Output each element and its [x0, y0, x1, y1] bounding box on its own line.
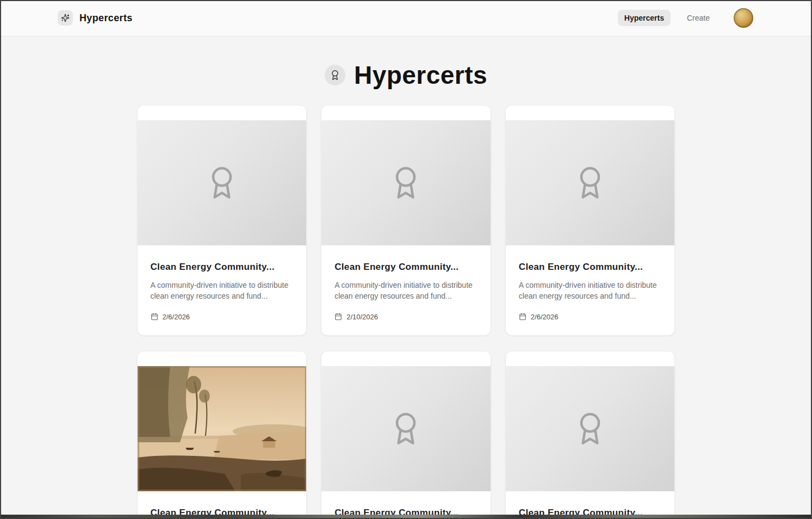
card-body: Clean Energy Community... A community-dr… [138, 245, 307, 335]
card-date: 2/6/2026 [163, 313, 190, 321]
nav-item-create[interactable]: Create [680, 10, 716, 26]
card-date-row: 2/6/2026 [519, 313, 662, 321]
page-title: Hypercerts [354, 60, 487, 90]
hypercert-card[interactable]: Clean Energy Community... [505, 351, 675, 519]
landscape-painting-image [138, 366, 307, 491]
hypercerts-grid: Clean Energy Community... A community-dr… [137, 105, 675, 519]
calendar-icon [151, 313, 158, 320]
hypercert-card[interactable]: Clean Energy Community... A community-dr… [505, 105, 675, 336]
brand-name: Hypercerts [79, 13, 133, 24]
card-title: Clean Energy Community... [334, 262, 478, 273]
award-icon [388, 411, 423, 446]
card-image-painting [138, 366, 307, 491]
award-icon [388, 165, 423, 200]
hypercert-card[interactable]: Clean Energy Community... [321, 351, 491, 519]
award-icon [325, 65, 345, 85]
sparkles-icon [58, 10, 73, 26]
card-description: A community-driven initiative to distrib… [151, 280, 294, 302]
top-navbar: Hypercerts Hypercerts Create [0, 0, 812, 36]
award-icon [573, 165, 608, 200]
card-description: A community-driven initiative to distrib… [334, 280, 478, 302]
card-date-row: 2/6/2026 [151, 313, 294, 321]
card-description: A community-driven initiative to distrib… [519, 280, 662, 302]
main-nav: Hypercerts Create [618, 8, 753, 28]
main-content: Hypercerts Clean Energy Community... A c… [0, 60, 812, 519]
user-avatar[interactable] [734, 8, 753, 28]
card-body: Clean Energy Community... A community-dr… [506, 245, 675, 335]
award-icon [204, 165, 239, 200]
card-body: Clean Energy Community... A community-dr… [321, 245, 491, 335]
brand[interactable]: Hypercerts [58, 10, 133, 26]
hypercert-card[interactable]: Clean Energy Community... [137, 351, 307, 519]
card-date-row: 2/10/2026 [334, 313, 478, 321]
card-title: Clean Energy Community... [519, 262, 662, 273]
card-image-placeholder [321, 120, 491, 245]
calendar-icon [334, 313, 342, 320]
card-image-placeholder [506, 120, 675, 245]
card-title: Clean Energy Community... [151, 262, 294, 273]
bottom-edge-artifact [0, 515, 812, 519]
card-image-placeholder [506, 366, 675, 491]
card-image-placeholder [138, 120, 307, 245]
hypercert-card[interactable]: Clean Energy Community... A community-dr… [137, 105, 307, 336]
card-date: 2/6/2026 [531, 313, 559, 321]
card-date: 2/10/2026 [346, 313, 378, 321]
card-image-placeholder [321, 366, 491, 491]
page-title-row: Hypercerts [0, 60, 812, 90]
calendar-icon [519, 313, 526, 320]
hypercert-card[interactable]: Clean Energy Community... A community-dr… [321, 105, 491, 336]
award-icon [573, 411, 608, 446]
nav-item-hypercerts[interactable]: Hypercerts [618, 10, 671, 26]
